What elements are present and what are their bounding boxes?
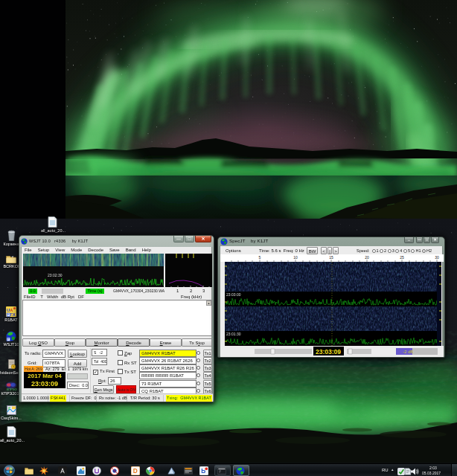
- svg-text:30: 30: [435, 255, 439, 260]
- svg-text:23:03:09: 23:03:09: [316, 348, 341, 356]
- svg-text:25: 25: [400, 255, 404, 260]
- svg-text:10: 10: [293, 255, 298, 260]
- svg-text:КПРЭ2017: КПРЭ2017: [7, 387, 17, 391]
- svg-text:5: 5: [259, 255, 261, 260]
- svg-text:23:03:00: 23:03:00: [226, 292, 241, 297]
- svg-text:-2 dB: -2 dB: [403, 350, 413, 354]
- svg-text:Ь: Ь: [201, 467, 205, 475]
- svg-text:23:02:30: 23:02:30: [48, 273, 63, 277]
- svg-text:20: 20: [365, 255, 369, 260]
- svg-text:FX: FX: [10, 312, 16, 317]
- svg-text:23:01:30: 23:01:30: [226, 332, 241, 336]
- svg-text:15: 15: [329, 255, 333, 260]
- svg-text:D: D: [133, 467, 138, 475]
